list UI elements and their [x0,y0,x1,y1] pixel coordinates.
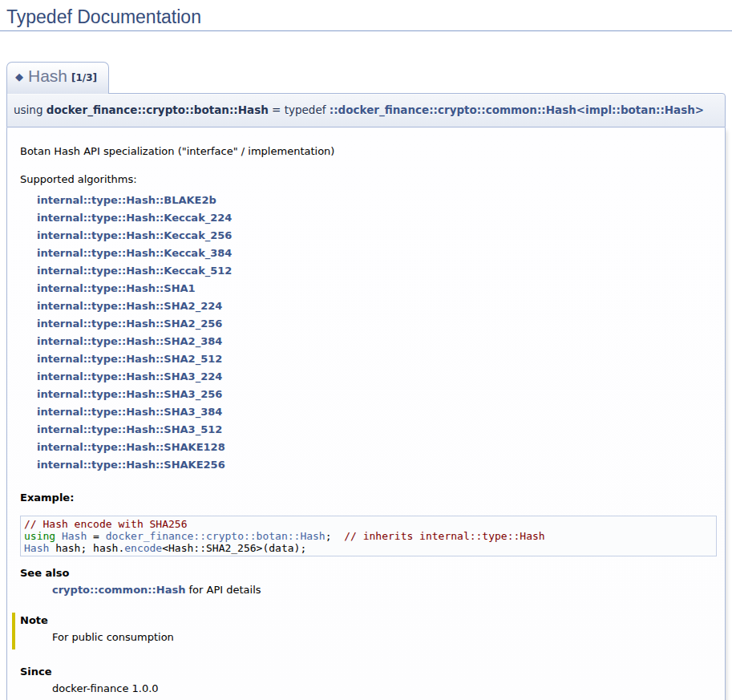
algorithm-link[interactable]: internal::type::Hash::SHAKE128 [37,441,225,453]
see-also-label: See also [20,567,717,579]
permalink-diamond-icon[interactable]: ◆ [15,71,23,83]
algorithm-list-item: internal::type::Hash::BLAKE2b [37,192,717,209]
algorithm-list-item: internal::type::Hash::Keccak_256 [37,227,717,245]
overload-count: [1/3] [71,72,97,83]
member-item: ◆Hash[1/3] using docker_finance::crypto:… [6,62,726,700]
code-line: // Hash encode with SHA256 [24,518,713,530]
code-token [55,530,62,542]
code-token: // inherits internal::type::Hash [344,530,544,542]
code-block: // Hash encode with SHA256using Hash = d… [20,516,717,556]
code-link[interactable]: docker_finance::crypto::botan::Hash [106,530,326,542]
note-section: Note For public consumption [12,613,717,649]
algorithm-link[interactable]: internal::type::Hash::SHAKE256 [37,459,225,471]
code-line: Hash hash; hash.encode<Hash::SHA2_256>(d… [24,542,713,554]
see-also-section: See also crypto::common::Hash for API de… [20,567,717,596]
algorithm-link[interactable]: internal::type::Hash::SHA3_224 [37,370,222,382]
algorithm-list-item: internal::type::Hash::SHA2_384 [37,333,717,350]
algorithm-list-item: internal::type::Hash::SHA3_256 [37,386,717,403]
algorithm-list: internal::type::Hash::BLAKE2binternal::t… [37,192,717,474]
algorithm-list-item: internal::type::Hash::SHA3_224 [37,368,717,386]
page-title: Typedef Documentation [0,0,732,31]
since-text: docker-finance 1.0.0 [52,682,717,694]
algorithm-link[interactable]: internal::type::Hash::SHA2_224 [37,300,222,312]
algorithm-link[interactable]: internal::type::Hash::BLAKE2b [37,194,216,206]
example-label: Example: [20,492,717,504]
algorithm-list-item: internal::type::Hash::Keccak_384 [37,245,717,262]
algorithm-link[interactable]: internal::type::Hash::SHA2_256 [37,318,222,330]
declaration-prefix: using [14,103,47,116]
algorithm-list-item: internal::type::Hash::SHA1 [37,280,717,297]
example-section: Example: [20,492,717,504]
declaration-type-link[interactable]: ::docker_finance::crypto::common::Hash<i… [330,103,704,116]
algorithm-link[interactable]: internal::type::Hash::SHA2_384 [37,335,222,347]
algorithm-link[interactable]: internal::type::Hash::Keccak_384 [37,247,232,259]
code-line: using Hash = docker_finance::crypto::bot… [24,530,713,542]
algorithm-link[interactable]: internal::type::Hash::SHA3_384 [37,406,222,418]
see-also-content: crypto::common::Hash for API details [52,584,717,596]
algorithm-link[interactable]: internal::type::Hash::Keccak_256 [37,229,232,241]
code-token: using [24,530,55,542]
content-area: Typedef Documentation ◆Hash[1/3] using d… [0,0,732,700]
code-link[interactable]: encode [124,542,162,554]
typedef-declaration: using docker_finance::crypto::botan::Has… [6,93,726,127]
note-text: For public consumption [52,631,717,643]
since-section: Since docker-finance 1.0.0 [20,666,717,694]
algorithm-link[interactable]: internal::type::Hash::Keccak_224 [37,212,232,224]
declaration-middle: = typedef [269,103,330,116]
declaration-name-link[interactable]: docker_finance::crypto::botan::Hash [47,103,269,116]
algorithm-link[interactable]: internal::type::Hash::SHA3_256 [37,388,222,400]
see-also-link[interactable]: crypto::common::Hash [52,584,185,596]
code-token: ; [326,530,344,542]
algorithm-link[interactable]: internal::type::Hash::SHA1 [37,282,196,294]
algorithm-list-item: internal::type::Hash::SHAKE256 [37,456,717,474]
algorithm-link[interactable]: internal::type::Hash::Keccak_512 [37,265,232,277]
since-label: Since [20,666,717,678]
see-also-suffix: for API details [185,584,261,596]
code-token: // Hash encode with SHA256 [24,518,188,530]
algorithm-list-item: internal::type::Hash::SHA2_512 [37,350,717,368]
algorithm-list-item: internal::type::Hash::SHAKE128 [37,439,717,456]
note-label: Note [20,614,717,626]
algorithm-list-item: internal::type::Hash::Keccak_224 [37,209,717,227]
member-tab: ◆Hash[1/3] [6,62,109,94]
member-documentation: Botan Hash API specialization ("interfac… [6,127,726,700]
intro-text: Botan Hash API specialization ("interfac… [20,145,717,157]
algorithm-list-item: internal::type::Hash::SHA2_256 [37,315,717,333]
algorithm-list-item: internal::type::Hash::Keccak_512 [37,262,717,280]
algorithm-list-item: internal::type::Hash::SHA3_384 [37,403,717,421]
code-link[interactable]: Hash [24,542,49,554]
code-token: = [87,530,105,542]
algorithm-link[interactable]: internal::type::Hash::SHA2_512 [37,353,222,365]
member-name: Hash [28,67,67,85]
code-link[interactable]: Hash [62,530,87,542]
algorithms-label: Supported algorithms: [20,173,717,185]
algorithm-list-item: internal::type::Hash::SHA2_224 [37,297,717,315]
code-token: <Hash::SHA2_256>(data); [162,542,306,554]
code-token: hash; hash. [49,542,124,554]
algorithm-list-item: internal::type::Hash::SHA3_512 [37,421,717,439]
algorithm-link[interactable]: internal::type::Hash::SHA3_512 [37,423,222,435]
